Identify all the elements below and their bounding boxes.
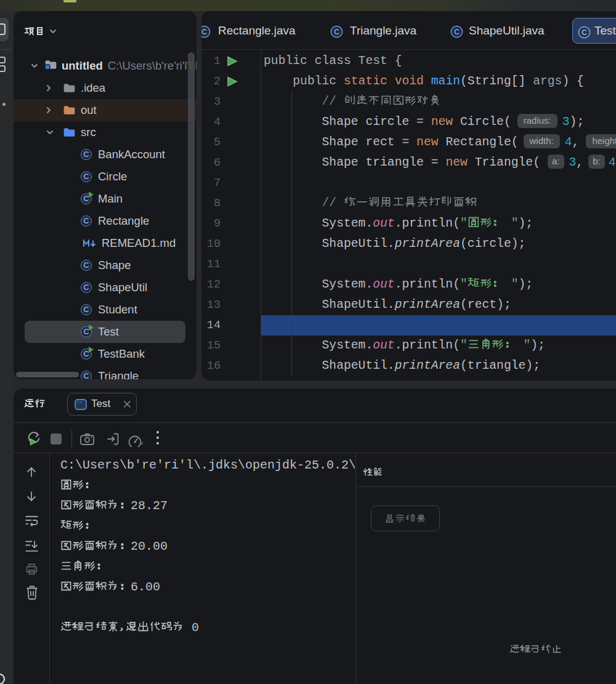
svg-text:C: C (334, 28, 339, 36)
svg-text:C: C (201, 28, 207, 36)
svg-text:C: C (582, 28, 587, 37)
svg-text:C: C (454, 28, 460, 36)
